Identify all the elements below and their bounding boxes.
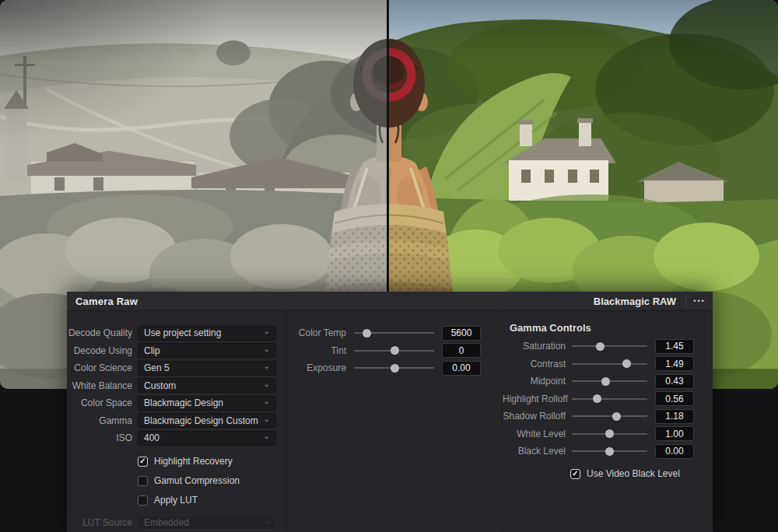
apply-lut-row: ✓ Apply LUT — [67, 491, 286, 510]
panel-body: Decode Quality Use project setting ⌄ Dec… — [67, 311, 713, 531]
decode-using-value: Clip — [144, 345, 160, 356]
white-level-value[interactable]: 1.00 — [655, 426, 694, 441]
slider-thumb[interactable] — [605, 429, 614, 438]
gamma-select[interactable]: Blackmagic Design Custom ⌄ — [138, 413, 276, 428]
use-video-black-level-checkbox[interactable]: ✓ — [570, 469, 580, 479]
decode-quality-select[interactable]: Use project setting ⌄ — [138, 326, 276, 341]
highlight-recovery-label: Highlight Recovery — [154, 456, 233, 467]
chevron-down-icon: ⌄ — [264, 362, 270, 370]
gamma-label: Gamma — [67, 415, 132, 426]
panel-title: Camera Raw — [75, 296, 138, 307]
slider-thumb[interactable] — [601, 377, 610, 386]
black-level-value[interactable]: 0.00 — [655, 444, 694, 459]
color-temp-row: Color Temp 5600 — [287, 324, 502, 342]
panel-options-button[interactable]: ••• — [686, 292, 713, 310]
highlight-recovery-checkbox[interactable]: ✓ — [138, 457, 148, 467]
color-temp-value[interactable]: 5600 — [442, 326, 481, 341]
midpoint-label: Midpoint — [503, 376, 566, 387]
gamma-value: Blackmagic Design Custom — [144, 415, 258, 426]
gamut-compression-label: Gamut Compression — [154, 475, 240, 486]
apply-lut-label: Apply LUT — [154, 495, 198, 506]
exposure-slider[interactable] — [354, 363, 434, 373]
color-space-select[interactable]: Blackmagic Design ⌄ — [138, 396, 276, 411]
slider-thumb[interactable] — [596, 342, 605, 351]
color-adjust-column: Color Temp 5600 Tint 0 Exposure — [287, 311, 503, 531]
lut-source-select: Embedded ⌄ — [138, 515, 276, 530]
color-science-row: Color Science Gen 5 ⌄ — [67, 359, 286, 377]
gamma-controls-column: Gamma Controls Saturation 1.45 Contrast … — [503, 311, 713, 531]
contrast-row: Contrast 1.49 — [503, 355, 713, 373]
tint-row: Tint 0 — [287, 342, 502, 360]
saturation-slider[interactable] — [572, 341, 647, 352]
exposure-label: Exposure — [287, 362, 346, 373]
slider-track — [572, 345, 647, 347]
highlight-rolloff-value[interactable]: 0.56 — [655, 391, 694, 406]
color-space-label: Color Space — [67, 397, 132, 408]
use-video-black-level-row: ✓ Use Video Black Level — [503, 464, 713, 484]
black-level-slider[interactable] — [572, 446, 647, 457]
tint-label: Tint — [287, 345, 346, 356]
slider-thumb[interactable] — [391, 346, 399, 355]
highlight-rolloff-row: Highlight Rolloff 0.56 — [503, 390, 713, 408]
exposure-value[interactable]: 0.00 — [442, 361, 481, 376]
saturation-value[interactable]: 1.45 — [655, 339, 694, 354]
chevron-down-icon: ⌄ — [264, 517, 270, 525]
chevron-down-icon: ⌄ — [264, 345, 270, 353]
highlight-recovery-row: ✓ Highlight Recovery — [67, 452, 286, 471]
midpoint-slider[interactable] — [572, 376, 647, 387]
saturation-label: Saturation — [503, 341, 566, 352]
white-balance-label: White Balance — [67, 380, 132, 391]
decode-settings-column: Decode Quality Use project setting ⌄ Dec… — [67, 311, 287, 531]
iso-select[interactable]: 400 ⌄ — [138, 431, 276, 446]
exposure-row: Exposure 0.00 — [287, 359, 502, 377]
color-science-select[interactable]: Gen 5 ⌄ — [138, 361, 276, 376]
white-level-label: White Level — [503, 429, 566, 439]
midpoint-value[interactable]: 0.43 — [655, 374, 694, 389]
contrast-label: Contrast — [503, 359, 566, 369]
slider-thumb[interactable] — [593, 394, 601, 403]
highlight-rolloff-slider[interactable] — [572, 394, 647, 404]
slider-track — [572, 415, 647, 417]
decode-using-label: Decode Using — [67, 345, 132, 356]
slider-thumb[interactable] — [391, 364, 399, 373]
shadow-rolloff-slider[interactable] — [572, 411, 647, 422]
white-level-slider[interactable] — [572, 429, 647, 439]
gamut-compression-checkbox[interactable]: ✓ — [138, 476, 148, 486]
decode-using-select[interactable]: Clip ⌄ — [138, 343, 276, 358]
shadow-rolloff-value[interactable]: 1.18 — [655, 409, 694, 424]
color-science-value: Gen 5 — [144, 362, 170, 373]
slider-thumb[interactable] — [363, 329, 371, 338]
lut-source-value: Embedded — [144, 517, 189, 528]
color-science-label: Color Science — [67, 362, 132, 373]
contrast-slider[interactable] — [572, 359, 647, 369]
panel-header: Camera Raw Blackmagic RAW ••• — [67, 292, 713, 311]
color-temp-label: Color Temp — [287, 327, 346, 338]
gamma-row: Gamma Blackmagic Design Custom ⌄ — [67, 412, 286, 430]
white-balance-value: Custom — [144, 380, 176, 391]
saturation-row: Saturation 1.45 — [503, 338, 713, 355]
iso-row: ISO 400 ⌄ — [67, 429, 286, 447]
apply-lut-checkbox[interactable]: ✓ — [138, 495, 148, 506]
shadow-rolloff-row: Shadow Rolloff 1.18 — [503, 408, 713, 425]
slider-thumb[interactable] — [612, 412, 621, 421]
slider-track — [572, 398, 647, 400]
midpoint-row: Midpoint 0.43 — [503, 373, 713, 390]
contrast-value[interactable]: 1.49 — [655, 356, 694, 371]
codec-label: Blackmagic RAW — [594, 296, 685, 307]
chevron-down-icon: ⌄ — [264, 432, 270, 440]
tint-value[interactable]: 0 — [442, 343, 481, 358]
lut-source-label: LUT Source — [67, 517, 132, 528]
slider-thumb[interactable] — [622, 359, 631, 368]
tint-slider[interactable] — [354, 345, 434, 355]
gamma-controls-header: Gamma Controls — [503, 320, 713, 335]
color-space-value: Blackmagic Design — [144, 397, 223, 408]
decode-quality-row: Decode Quality Use project setting ⌄ — [67, 324, 286, 342]
gamut-compression-row: ✓ Gamut Compression — [67, 471, 286, 491]
slider-track — [572, 363, 647, 365]
iso-label: ISO — [67, 432, 132, 443]
slider-thumb[interactable] — [605, 447, 614, 456]
highlight-rolloff-label: Highlight Rolloff — [503, 394, 566, 404]
color-temp-slider[interactable] — [354, 328, 434, 338]
white-balance-select[interactable]: Custom ⌄ — [138, 378, 276, 393]
color-space-row: Color Space Blackmagic Design ⌄ — [67, 394, 286, 412]
